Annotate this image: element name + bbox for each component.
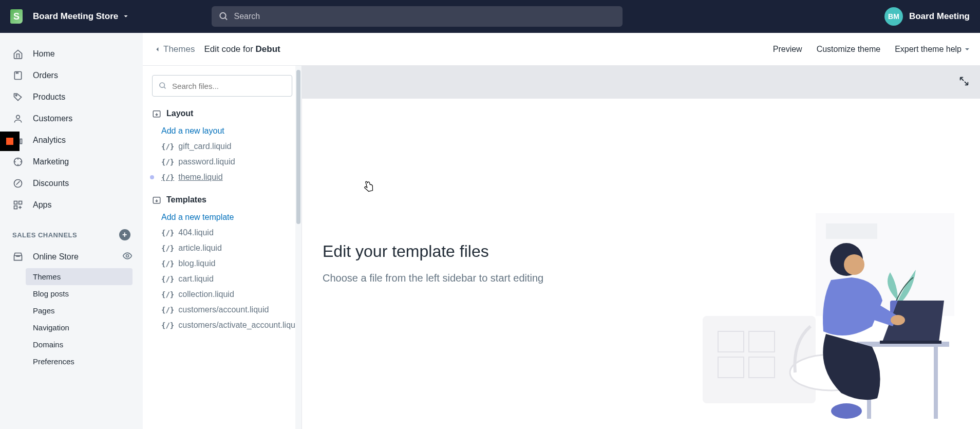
avatar: BM <box>884 7 903 26</box>
code-icon: {/} <box>161 173 174 181</box>
file-theme[interactable]: {/}theme.liquid <box>161 170 292 185</box>
user-menu[interactable]: BM Board Meeting <box>884 7 970 26</box>
subnav-themes[interactable]: Themes <box>26 268 133 285</box>
folder-templates[interactable]: Templates <box>152 195 292 204</box>
code-icon: {/} <box>161 321 174 329</box>
editor-area: Edit your template files Choose a file f… <box>302 66 980 429</box>
subnav-navigation[interactable]: Navigation <box>26 319 143 336</box>
orders-icon <box>12 70 24 81</box>
search-icon <box>219 11 229 22</box>
nav-label: Products <box>33 92 65 102</box>
folder-icon <box>152 195 161 204</box>
svg-point-4 <box>16 115 20 119</box>
nav-analytics[interactable]: Analytics <box>0 129 143 151</box>
nav-orders[interactable]: Orders <box>0 65 143 86</box>
nav-label: Online Store <box>33 252 79 262</box>
global-search[interactable] <box>212 6 623 27</box>
shopify-logo <box>10 9 23 24</box>
caret-down-icon <box>965 47 970 52</box>
svg-point-13 <box>126 255 129 257</box>
code-icon: {/} <box>161 142 174 151</box>
add-layout-link[interactable]: Add a new layout <box>161 123 292 139</box>
code-icon: {/} <box>161 290 174 299</box>
nav-customers[interactable]: Customers <box>0 108 143 129</box>
store-name-label: Board Meeting Store <box>33 11 118 22</box>
subnav-domains[interactable]: Domains <box>26 336 143 353</box>
svg-rect-24 <box>826 223 877 239</box>
page-title: Edit code for Debut <box>204 44 280 54</box>
subnav-preferences[interactable]: Preferences <box>26 353 143 370</box>
file-cart[interactable]: {/}cart.liquid <box>161 271 292 287</box>
add-template-link[interactable]: Add a new template <box>161 210 292 225</box>
file-blog[interactable]: {/}blog.liquid <box>161 256 292 271</box>
folder-label: Templates <box>166 195 206 204</box>
nav-label: Home <box>33 49 55 59</box>
main-sidebar: Home Orders Products Customers Analytics… <box>0 33 143 429</box>
svg-point-0 <box>220 13 226 18</box>
nav-products[interactable]: Products <box>0 86 143 108</box>
editor-heading: Edit your template files <box>323 242 543 261</box>
user-name-label: Board Meeting <box>909 11 970 22</box>
target-icon <box>12 156 24 167</box>
section-label: SALES CHANNELS <box>12 231 77 239</box>
home-icon <box>12 48 24 60</box>
record-indicator <box>0 132 20 151</box>
code-icon: {/} <box>161 275 174 283</box>
svg-rect-10 <box>14 201 17 204</box>
file-panel-scrollbar[interactable] <box>295 66 301 429</box>
file-customers-activate[interactable]: {/}customers/activate_account.liquid <box>161 318 292 333</box>
search-icon <box>159 81 167 90</box>
add-channel-button[interactable]: + <box>119 229 130 240</box>
file-404[interactable]: {/}404.liquid <box>161 225 292 240</box>
store-icon <box>12 251 24 263</box>
nav-apps[interactable]: Apps <box>0 194 143 216</box>
file-article[interactable]: {/}article.liquid <box>161 240 292 256</box>
svg-point-34 <box>831 403 862 419</box>
code-icon: {/} <box>161 229 174 237</box>
discount-icon <box>12 178 24 189</box>
store-switcher[interactable]: Board Meeting Store <box>33 11 129 22</box>
nav-online-store[interactable]: Online Store <box>0 246 143 268</box>
file-customers-account[interactable]: {/}customers/account.liquid <box>161 302 292 318</box>
code-icon: {/} <box>161 259 174 268</box>
nav-discounts[interactable]: Discounts <box>0 173 143 194</box>
file-password[interactable]: {/}password.liquid <box>161 154 292 170</box>
tag-icon <box>12 91 24 103</box>
file-gift-card[interactable]: {/}gift_card.liquid <box>161 139 292 154</box>
apps-icon <box>12 199 24 211</box>
svg-rect-12 <box>14 206 17 209</box>
file-collection[interactable]: {/}collection.liquid <box>161 287 292 302</box>
file-search-input[interactable] <box>172 82 286 90</box>
svg-line-1 <box>225 17 227 20</box>
subnav-blog-posts[interactable]: Blog posts <box>26 285 143 302</box>
illustration <box>703 198 959 429</box>
nav-label: Customers <box>33 114 72 123</box>
subnav-pages[interactable]: Pages <box>26 302 143 319</box>
person-icon <box>12 113 24 124</box>
svg-point-3 <box>15 95 17 96</box>
page-header: Themes Edit code for Debut Preview Custo… <box>143 33 980 66</box>
code-icon: {/} <box>161 158 174 166</box>
svg-rect-11 <box>19 201 22 204</box>
file-search[interactable] <box>152 75 292 97</box>
nav-home[interactable]: Home <box>0 43 143 65</box>
svg-point-33 <box>891 315 905 325</box>
nav-label: Discounts <box>33 179 69 188</box>
search-input[interactable] <box>234 12 616 21</box>
preview-link[interactable]: Preview <box>773 45 802 54</box>
customize-theme-link[interactable]: Customize theme <box>817 45 881 54</box>
back-to-themes[interactable]: Themes <box>153 44 195 54</box>
svg-line-15 <box>164 87 165 88</box>
folder-layout[interactable]: Layout <box>152 109 292 118</box>
expand-button[interactable] <box>958 76 970 89</box>
topbar: Board Meeting Store BM Board Meeting <box>0 0 980 33</box>
expert-help-dropdown[interactable]: Expert theme help <box>895 45 970 54</box>
editor-subtext: Choose a file from the left sidebar to s… <box>323 270 543 286</box>
chevron-down-icon <box>122 13 129 20</box>
expand-icon <box>958 76 970 87</box>
svg-point-14 <box>160 83 164 87</box>
svg-rect-29 <box>880 341 941 344</box>
preview-store-icon[interactable] <box>122 251 133 263</box>
nav-label: Orders <box>33 71 58 80</box>
nav-marketing[interactable]: Marketing <box>0 151 143 173</box>
